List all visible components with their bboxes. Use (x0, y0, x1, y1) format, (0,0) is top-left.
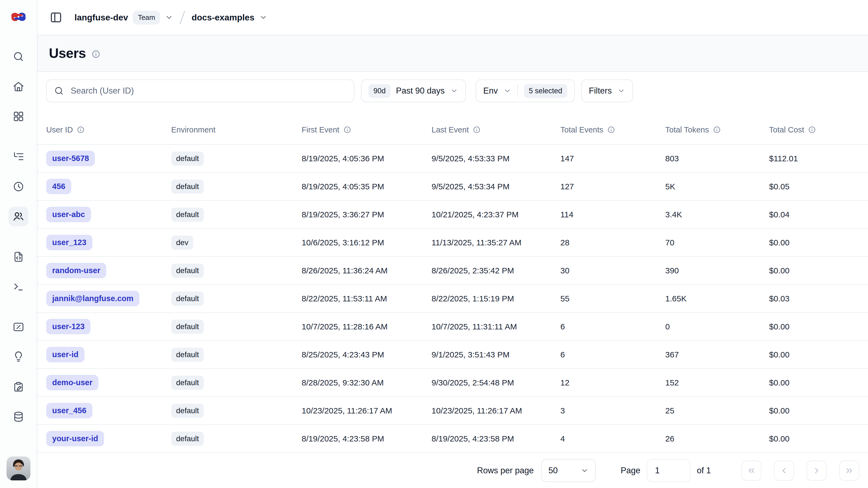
total-events-cell: 30 (560, 266, 665, 275)
table-row: user-5678default8/19/2025, 4:05:36 PM9/5… (37, 145, 868, 173)
environment-badge: default (171, 320, 204, 334)
column-header-total-tokens[interactable]: Total Tokens (665, 125, 769, 134)
column-label: Total Cost (769, 125, 804, 134)
rows-per-page-label: Rows per page (477, 466, 534, 476)
sidebar-item-annotation[interactable] (9, 377, 28, 397)
table-row: demo-userdefault8/28/2025, 9:32:30 AM9/3… (37, 369, 868, 397)
date-range-shortcut-badge: 90d (369, 84, 391, 98)
column-header-total-cost[interactable]: Total Cost (769, 125, 868, 134)
page-number-input[interactable] (647, 459, 690, 482)
user-id-badge[interactable]: user-id (46, 347, 85, 362)
column-header-first-event[interactable]: First Event (302, 125, 432, 134)
table-row: user_456default10/23/2025, 11:26:17 AM10… (37, 397, 868, 425)
column-label: User ID (46, 125, 73, 134)
user-id-badge[interactable]: jannik@langfuse.com (46, 291, 140, 306)
info-icon (343, 126, 351, 134)
search-icon (12, 51, 25, 63)
user-id-badge[interactable]: user-abc (46, 207, 91, 222)
date-range-button[interactable]: 90d Past 90 days (361, 80, 466, 102)
sidebar-item-tracing[interactable] (9, 147, 28, 167)
langfuse-logo-icon (10, 9, 27, 25)
sidebar-item-datasets[interactable] (9, 407, 28, 427)
prompts-file-code-icon (12, 251, 25, 263)
total-events-cell: 3 (560, 406, 665, 415)
previous-page-button[interactable] (774, 461, 794, 481)
sidebar (0, 0, 37, 488)
environment-badge: default (171, 207, 204, 222)
chevron-right-icon (812, 466, 821, 475)
environment-badge: default (171, 179, 204, 194)
total-tokens-cell: 3.4K (665, 210, 769, 219)
project-switcher[interactable]: docs-examples (192, 12, 268, 23)
sidebar-item-sessions[interactable] (9, 177, 28, 196)
table-row: user-123default10/7/2025, 11:28:16 AM10/… (37, 313, 868, 341)
total-tokens-cell: 26 (665, 434, 769, 443)
total-cost-cell: $0.00 (769, 266, 868, 275)
sidebar-item-home[interactable] (9, 77, 28, 96)
user-id-badge[interactable]: user_123 (46, 235, 92, 250)
user-id-badge[interactable]: user-123 (46, 319, 91, 334)
sidebar-item-evaluation[interactable] (9, 317, 28, 337)
total-tokens-cell: 1.65K (665, 294, 769, 303)
environment-badge: default (171, 292, 204, 306)
user-id-badge[interactable]: user_456 (46, 403, 92, 419)
column-label: First Event (302, 125, 339, 134)
first-event-cell: 10/6/2025, 3:16:12 PM (302, 238, 432, 247)
users-table: User IDEnvironmentFirst EventLast EventT… (37, 102, 868, 453)
info-icon (808, 126, 816, 134)
column-header-total-events[interactable]: Total Events (560, 125, 665, 134)
column-header-last-event[interactable]: Last Event (432, 125, 560, 134)
sidebar-item-insights[interactable] (9, 347, 28, 367)
table-header-row: User IDEnvironmentFirst EventLast EventT… (37, 115, 868, 145)
last-page-button[interactable] (839, 461, 859, 481)
sidebar-toggle-button[interactable] (46, 8, 66, 27)
users-icon (12, 210, 25, 223)
user-id-badge[interactable]: your-user-id (46, 431, 104, 447)
total-cost-cell: $0.00 (769, 434, 868, 443)
main-column: langfuse-dev Team docs-examples Users (37, 0, 868, 488)
first-event-cell: 10/7/2025, 11:28:16 AM (302, 322, 432, 331)
next-page-button[interactable] (807, 461, 827, 481)
first-event-cell: 8/22/2025, 11:53:11 AM (302, 294, 432, 303)
first-event-cell: 8/19/2025, 4:23:58 PM (302, 434, 432, 443)
search-input-wrapper (46, 80, 354, 102)
sidebar-item-prompts[interactable] (9, 247, 28, 266)
search-input[interactable] (69, 85, 347, 96)
chevron-down-icon (259, 13, 268, 22)
filters-button[interactable]: Filters (581, 80, 633, 102)
user-avatar[interactable] (6, 456, 30, 480)
sidebar-item-users[interactable] (9, 207, 28, 226)
total-cost-cell: $112.01 (769, 154, 868, 163)
first-page-button[interactable] (741, 461, 762, 481)
page-label: Page (621, 466, 640, 476)
user-id-badge[interactable]: demo-user (46, 375, 98, 390)
last-event-cell: 10/7/2025, 11:31:11 AM (432, 322, 560, 331)
org-switcher[interactable]: langfuse-dev Team (74, 10, 173, 25)
column-header-environment[interactable]: Environment (171, 125, 302, 134)
user-id-badge[interactable]: random-user (46, 263, 106, 278)
home-icon (12, 81, 25, 92)
chevron-down-icon (503, 87, 512, 95)
sidebar-item-search[interactable] (9, 47, 28, 66)
chevron-left-icon (779, 466, 788, 475)
tracing-tree-icon (12, 151, 25, 163)
environment-badge: default (171, 264, 204, 278)
env-filter-button[interactable]: Env 5 selected (475, 80, 575, 102)
total-tokens-cell: 390 (665, 266, 769, 275)
date-range-label: Past 90 days (396, 86, 444, 96)
breadcrumb: langfuse-dev Team docs-examples (74, 10, 268, 25)
rows-per-page-select[interactable]: 50 (541, 459, 596, 482)
info-icon (713, 126, 721, 134)
environment-badge: default (171, 151, 204, 166)
user-id-badge[interactable]: user-5678 (46, 151, 95, 166)
app-root: langfuse-dev Team docs-examples Users (0, 0, 868, 488)
sidebar-item-dashboards[interactable] (9, 107, 28, 126)
user-id-badge[interactable]: 456 (46, 179, 71, 194)
sessions-clock-icon (12, 181, 25, 193)
sidebar-item-playground[interactable] (9, 277, 28, 296)
column-header-user-id[interactable]: User ID (46, 125, 171, 134)
first-event-cell: 10/23/2025, 11:26:17 AM (302, 406, 432, 415)
chevron-down-icon (165, 13, 173, 22)
total-tokens-cell: 803 (665, 154, 769, 163)
last-event-cell: 8/26/2025, 2:35:42 PM (432, 266, 560, 275)
